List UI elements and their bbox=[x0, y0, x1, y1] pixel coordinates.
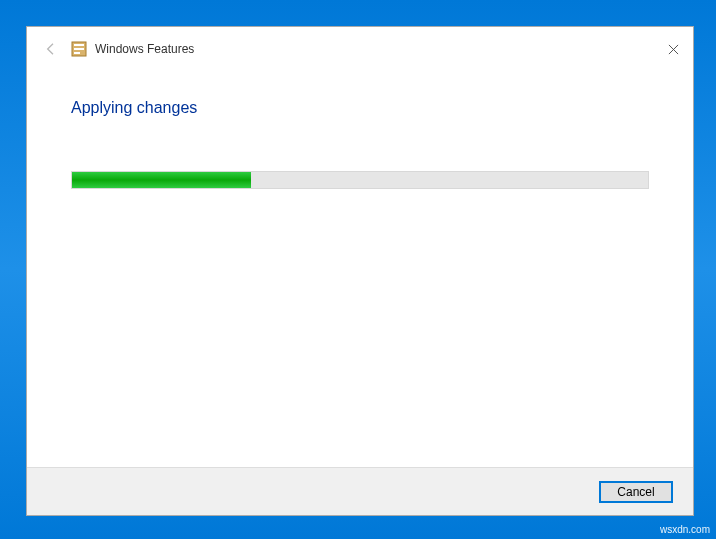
windows-features-icon bbox=[71, 41, 87, 57]
progress-bar bbox=[71, 171, 649, 189]
windows-features-dialog: Windows Features Applying changes Cancel bbox=[26, 26, 694, 516]
status-heading: Applying changes bbox=[71, 99, 649, 117]
svg-rect-3 bbox=[74, 52, 80, 54]
close-button[interactable] bbox=[661, 37, 685, 61]
progress-fill bbox=[72, 172, 251, 188]
cancel-button[interactable]: Cancel bbox=[599, 481, 673, 503]
back-arrow-icon bbox=[41, 39, 61, 59]
watermark: wsxdn.com bbox=[660, 524, 710, 535]
titlebar: Windows Features bbox=[27, 27, 693, 71]
svg-rect-1 bbox=[74, 44, 84, 46]
svg-rect-2 bbox=[74, 48, 84, 50]
dialog-content: Applying changes bbox=[27, 71, 693, 467]
dialog-title: Windows Features bbox=[95, 42, 194, 56]
dialog-footer: Cancel bbox=[27, 467, 693, 515]
